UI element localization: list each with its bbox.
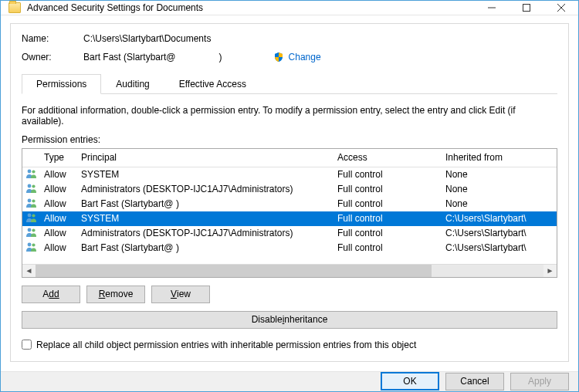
tab-auditing[interactable]: Auditing <box>101 74 164 94</box>
row-access: Full control <box>334 169 442 180</box>
row-inherited: None <box>442 169 557 180</box>
row-type: Allow <box>41 213 78 224</box>
permission-grid: Type Principal Access Inherited from All… <box>22 148 557 278</box>
svg-point-13 <box>32 228 35 231</box>
replace-child-checkbox[interactable] <box>22 340 32 350</box>
users-icon <box>25 198 38 208</box>
owner-label: Owner: <box>22 52 83 63</box>
grid-header: Type Principal Access Inherited from <box>22 149 557 167</box>
svg-point-4 <box>28 169 32 173</box>
svg-point-7 <box>32 184 35 188</box>
row-access: Full control <box>334 198 442 209</box>
owner-value-close: ) <box>219 52 222 63</box>
svg-point-11 <box>32 214 35 217</box>
minimize-button[interactable] <box>474 1 509 15</box>
row-access: Full control <box>334 242 442 253</box>
row-principal: Bart Fast (Slartybart@ ) <box>78 198 334 209</box>
content-area: Name: C:\Users\Slartybart\Documents Owne… <box>1 15 578 371</box>
svg-point-9 <box>32 199 35 202</box>
col-header-access[interactable]: Access <box>334 152 442 163</box>
ok-button[interactable]: OK <box>381 372 439 390</box>
svg-point-15 <box>32 243 35 246</box>
permission-row[interactable]: AllowSYSTEMFull controlNone <box>22 167 557 182</box>
col-header-principal[interactable]: Principal <box>78 152 334 163</box>
row-access: Full control <box>334 213 442 224</box>
svg-point-8 <box>28 198 32 202</box>
svg-point-6 <box>28 184 32 188</box>
shield-icon <box>273 52 284 63</box>
change-owner-link[interactable]: Change <box>289 52 321 63</box>
row-inherited: C:\Users\Slartybart\ <box>442 228 557 238</box>
svg-point-12 <box>28 228 32 231</box>
row-type: Allow <box>41 242 78 253</box>
dialog-footer: OK Cancel Apply <box>1 371 578 391</box>
disable-inheritance-button[interactable]: Disable inheritance <box>22 311 557 329</box>
permission-row[interactable]: AllowBart Fast (Slartybart@ )Full contro… <box>22 241 557 255</box>
users-icon <box>25 212 38 223</box>
users-icon <box>25 227 38 238</box>
row-inherited: None <box>442 184 557 194</box>
col-header-type[interactable]: Type <box>41 152 78 163</box>
apply-button[interactable]: Apply <box>510 373 569 390</box>
grid-body: AllowSYSTEMFull controlNoneAllowAdminist… <box>22 167 557 264</box>
users-icon <box>25 168 38 179</box>
remove-button[interactable]: Remove <box>86 286 145 303</box>
view-button[interactable]: View <box>151 286 210 303</box>
row-type: Allow <box>41 169 78 180</box>
name-label: Name: <box>22 33 83 44</box>
row-inherited: None <box>442 198 557 209</box>
cancel-button[interactable]: Cancel <box>445 373 504 390</box>
owner-value: Bart Fast (Slartybart@ <box>83 52 176 63</box>
close-button[interactable] <box>543 1 578 15</box>
info-text: For additional information, double-click… <box>22 105 557 127</box>
name-value: C:\Users\Slartybart\Documents <box>83 33 557 44</box>
users-icon <box>25 183 38 194</box>
main-panel: Name: C:\Users\Slartybart\Documents Owne… <box>10 23 569 362</box>
row-principal: Administrators (DESKTOP-IJC1AJ7\Administ… <box>78 228 334 238</box>
row-type: Allow <box>41 228 78 238</box>
security-settings-window: Advanced Security Settings for Documents… <box>0 0 579 392</box>
replace-child-label: Replace all child object permission entr… <box>36 340 416 350</box>
window-title: Advanced Security Settings for Documents <box>27 2 474 13</box>
col-header-inherited[interactable]: Inherited from <box>442 152 557 163</box>
row-inherited: C:\Users\Slartybart\ <box>442 242 557 253</box>
permission-row[interactable]: AllowBart Fast (Slartybart@ )Full contro… <box>22 197 557 211</box>
horizontal-scrollbar[interactable]: ◄ ► <box>22 264 557 277</box>
row-access: Full control <box>334 228 442 238</box>
users-icon <box>25 242 38 252</box>
row-principal: Administrators (DESKTOP-IJC1AJ7\Administ… <box>78 184 334 194</box>
row-principal: Bart Fast (Slartybart@ ) <box>78 242 334 253</box>
scroll-left-icon[interactable]: ◄ <box>22 266 36 275</box>
row-type: Allow <box>41 184 78 194</box>
scroll-thumb[interactable] <box>36 265 432 277</box>
row-principal: SYSTEM <box>78 213 334 224</box>
permission-row[interactable]: AllowAdministrators (DESKTOP-IJC1AJ7\Adm… <box>22 226 557 241</box>
titlebar: Advanced Security Settings for Documents <box>1 1 578 15</box>
svg-point-14 <box>28 242 32 246</box>
permission-row[interactable]: AllowAdministrators (DESKTOP-IJC1AJ7\Adm… <box>22 182 557 197</box>
folder-icon <box>8 2 21 13</box>
row-inherited: C:\Users\Slartybart\ <box>442 213 557 224</box>
add-button[interactable]: Add <box>22 286 80 303</box>
scroll-right-icon[interactable]: ► <box>543 266 557 275</box>
row-access: Full control <box>334 184 442 194</box>
row-principal: SYSTEM <box>78 169 334 180</box>
permission-row[interactable]: AllowSYSTEMFull controlC:\Users\Slartyba… <box>22 211 557 226</box>
tab-effective-access[interactable]: Effective Access <box>164 74 261 94</box>
tab-bar: Permissions Auditing Effective Access <box>22 73 557 94</box>
entries-label: Permission entries: <box>22 134 557 145</box>
svg-rect-1 <box>523 4 530 11</box>
svg-point-10 <box>28 213 32 217</box>
svg-point-5 <box>32 170 35 173</box>
row-type: Allow <box>41 198 78 209</box>
tab-permissions[interactable]: Permissions <box>22 74 101 94</box>
maximize-button[interactable] <box>509 1 543 15</box>
